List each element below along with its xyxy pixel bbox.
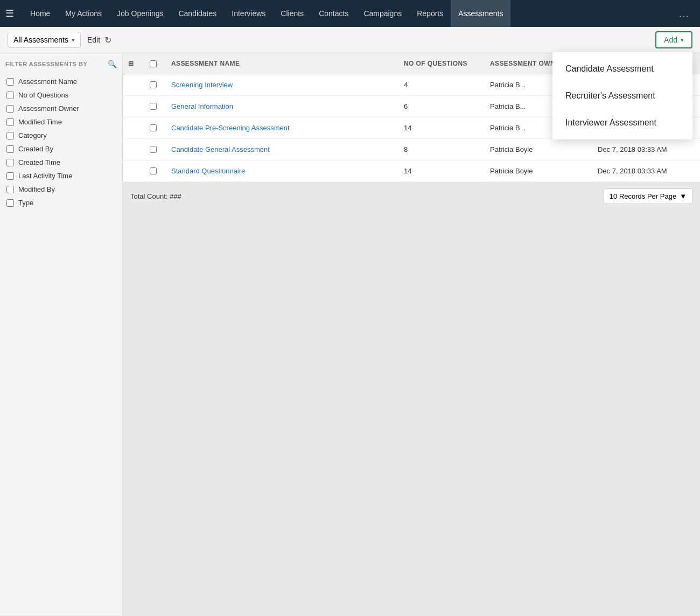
select-all-checkbox[interactable]: [150, 60, 157, 67]
th-grid-icon[interactable]: ⊞: [123, 53, 144, 74]
filter-no-of-questions-checkbox[interactable]: [6, 92, 14, 99]
row-questions-4: 8: [398, 139, 485, 160]
filter-created-time-label: Created Time: [18, 158, 60, 166]
row-checkbox-5[interactable]: [144, 160, 166, 181]
add-interviewer-assessment-item[interactable]: Interviewer Assessment: [552, 109, 692, 136]
row-owner-5: Patricia Boyle: [485, 160, 592, 181]
th-select-all[interactable]: [144, 53, 166, 74]
records-per-page-chevron-icon: ▼: [680, 192, 687, 200]
add-button-chevron-icon: [681, 37, 684, 44]
filter-last-activity-time-checkbox[interactable]: [6, 172, 14, 180]
row-name-4[interactable]: Candidate General Assessment: [166, 139, 398, 160]
row-drag: [123, 139, 144, 160]
row-questions-2: 6: [398, 96, 485, 117]
row-questions-5: 14: [398, 160, 485, 181]
filter-no-of-questions[interactable]: No of Questions: [5, 88, 117, 102]
sidebar: FILTER ASSESSMENTS BY 🔍 Assessment Name …: [0, 53, 123, 615]
table-footer: Total Count: ### 10 Records Per Page ▼: [123, 182, 700, 211]
th-no-of-questions-label: NO OF QUESTIONS: [404, 60, 467, 67]
nav-my-actions[interactable]: My Actions: [58, 0, 109, 27]
filter-assessment-owner-checkbox[interactable]: [6, 105, 14, 113]
edit-link[interactable]: Edit: [87, 36, 100, 44]
row-drag: [123, 117, 144, 138]
filter-assessment-owner[interactable]: Assessment Owner: [5, 102, 117, 115]
filter-last-activity-time-label: Last Activity Time: [18, 172, 72, 180]
row-checkbox-3[interactable]: [144, 117, 166, 138]
th-no-of-questions: NO OF QUESTIONS: [398, 53, 485, 74]
th-assessment-name-label: ASSESSMENT NAME: [171, 60, 240, 67]
view-selector-button[interactable]: All Assessments: [8, 32, 81, 48]
row-questions-1: 4: [398, 74, 485, 95]
nav-contacts[interactable]: Contacts: [311, 0, 356, 27]
add-button-label: Add: [664, 36, 677, 44]
records-per-page-label: 10 Records Per Page: [610, 192, 676, 200]
filter-search-button[interactable]: 🔍: [108, 60, 117, 68]
view-selector-label: All Assessments: [13, 36, 68, 44]
row-modified-4: Dec 7, 2018 03:33 AM: [592, 139, 700, 160]
filter-created-time-checkbox[interactable]: [6, 159, 14, 166]
row-drag: [123, 160, 144, 181]
nav-campaigns[interactable]: Campaigns: [356, 0, 409, 27]
table-row: Standard Questionnaire 14 Patricia Boyle…: [123, 160, 700, 182]
nav-job-openings[interactable]: Job Openings: [109, 0, 171, 27]
add-candidate-assessment-item[interactable]: Candidate Assessment: [552, 55, 692, 82]
refresh-icon: ↻: [104, 36, 111, 45]
filter-title: FILTER ASSESSMENTS BY: [5, 61, 87, 67]
row-owner-4: Patricia Boyle: [485, 139, 592, 160]
filter-last-activity-time[interactable]: Last Activity Time: [5, 169, 117, 183]
row-name-3[interactable]: Candidate Pre-Screening Assessment: [166, 117, 398, 138]
row-modified-5: Dec 7, 2018 03:33 AM: [592, 160, 700, 181]
columns-icon: ⊞: [128, 60, 134, 67]
filter-assessment-name-checkbox[interactable]: [6, 78, 14, 86]
nav-assessments[interactable]: Assessments: [451, 0, 510, 27]
filter-assessment-name-label: Assessment Name: [18, 78, 77, 86]
add-recruiter-assessment-item[interactable]: Recruiter's Assessment: [552, 82, 692, 109]
row-name-5[interactable]: Standard Questionnaire: [166, 160, 398, 181]
filter-modified-by[interactable]: Modified By: [5, 183, 117, 196]
filter-assessment-name[interactable]: Assessment Name: [5, 75, 117, 88]
filter-created-time[interactable]: Created Time: [5, 156, 117, 169]
nav-bar: ☰ Home My Actions Job Openings Candidate…: [0, 0, 700, 27]
filter-created-by[interactable]: Created By: [5, 142, 117, 156]
nav-clients[interactable]: Clients: [273, 0, 311, 27]
nav-candidates[interactable]: Candidates: [171, 0, 224, 27]
filter-type-label: Type: [18, 199, 33, 207]
filter-type-checkbox[interactable]: [6, 199, 14, 207]
filter-modified-by-label: Modified By: [18, 185, 55, 193]
row-checkbox-1[interactable]: [144, 74, 166, 95]
filter-type[interactable]: Type: [5, 196, 117, 209]
records-per-page-selector[interactable]: 10 Records Per Page ▼: [604, 188, 692, 204]
view-selector-chevron-icon: [72, 37, 75, 44]
search-icon: 🔍: [108, 60, 117, 68]
filter-category-label: Category: [18, 131, 47, 139]
filter-category-checkbox[interactable]: [6, 132, 14, 139]
refresh-button[interactable]: ↻: [104, 35, 111, 45]
filter-modified-time-checkbox[interactable]: [6, 118, 14, 126]
hamburger-icon[interactable]: ☰: [5, 8, 14, 19]
table-row: Candidate General Assessment 8 Patricia …: [123, 139, 700, 160]
filter-no-of-questions-label: No of Questions: [18, 91, 68, 99]
nav-home[interactable]: Home: [23, 0, 58, 27]
row-name-1[interactable]: Screening Interview: [166, 74, 398, 95]
nav-more-button[interactable]: …: [673, 8, 695, 20]
nav-reports[interactable]: Reports: [409, 0, 451, 27]
filter-modified-time[interactable]: Modified Time: [5, 115, 117, 129]
th-assessment-name: ASSESSMENT NAME: [166, 53, 398, 74]
row-questions-3: 14: [398, 117, 485, 138]
filter-created-by-label: Created By: [18, 145, 53, 153]
add-dropdown-menu: Candidate Assessment Recruiter's Assessm…: [552, 52, 692, 139]
filter-modified-time-label: Modified Time: [18, 118, 62, 126]
nav-interviews[interactable]: Interviews: [224, 0, 273, 27]
filter-created-by-checkbox[interactable]: [6, 145, 14, 153]
filter-modified-by-checkbox[interactable]: [6, 186, 14, 193]
filter-category[interactable]: Category: [5, 129, 117, 142]
toolbar: All Assessments Edit ↻ Add: [0, 27, 700, 53]
row-name-2[interactable]: General Information: [166, 96, 398, 117]
row-drag: [123, 74, 144, 95]
total-count-label: Total Count: ###: [130, 192, 181, 200]
row-checkbox-2[interactable]: [144, 96, 166, 117]
add-button[interactable]: Add: [655, 31, 692, 48]
row-drag: [123, 96, 144, 117]
filter-assessment-owner-label: Assessment Owner: [18, 104, 79, 113]
row-checkbox-4[interactable]: [144, 139, 166, 160]
